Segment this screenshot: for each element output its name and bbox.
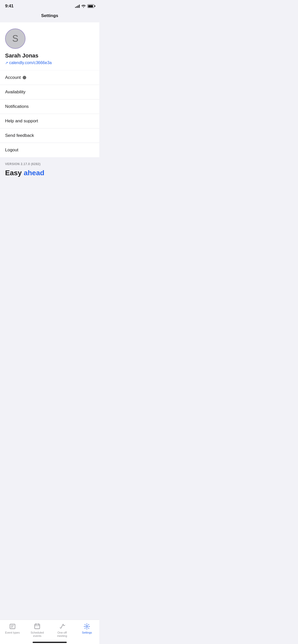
page-title: Settings	[41, 13, 58, 18]
status-time: 9:41	[5, 4, 13, 9]
nav-header: Settings	[0, 11, 99, 22]
menu-section: Account Availability Notifications Help …	[0, 70, 99, 157]
version-section: VERSION 2.17.0 (6282) Easy ahead	[0, 157, 99, 180]
avatar-letter: S	[12, 33, 18, 44]
menu-item-account[interactable]: Account	[0, 70, 99, 85]
status-bar: 9:41	[0, 0, 99, 11]
profile-link[interactable]: ↗ calendly.com/c3666e3a	[5, 61, 52, 65]
avatar: S	[5, 28, 25, 49]
menu-item-logout[interactable]: Logout	[0, 143, 99, 157]
content-spacer	[0, 180, 99, 230]
tagline-part2: ahead	[24, 169, 44, 177]
menu-item-notifications[interactable]: Notifications	[0, 99, 99, 114]
tagline-part1: Easy	[5, 169, 24, 177]
battery-icon	[87, 4, 94, 8]
profile-name: Sarah Jonas	[5, 52, 38, 59]
account-badge	[23, 76, 26, 79]
menu-item-help[interactable]: Help and support	[0, 114, 99, 128]
profile-section: S Sarah Jonas ↗ calendly.com/c3666e3a	[0, 22, 99, 70]
status-icons	[75, 4, 94, 8]
menu-item-feedback[interactable]: Send feedback	[0, 128, 99, 143]
wifi-icon	[81, 4, 86, 8]
signal-bars-icon	[75, 4, 80, 8]
version-text: VERSION 2.17.0 (6282)	[5, 162, 94, 166]
external-link-icon: ↗	[5, 61, 8, 65]
menu-item-availability[interactable]: Availability	[0, 85, 99, 99]
profile-url: calendly.com/c3666e3a	[9, 61, 52, 65]
tagline: Easy ahead	[5, 169, 94, 177]
